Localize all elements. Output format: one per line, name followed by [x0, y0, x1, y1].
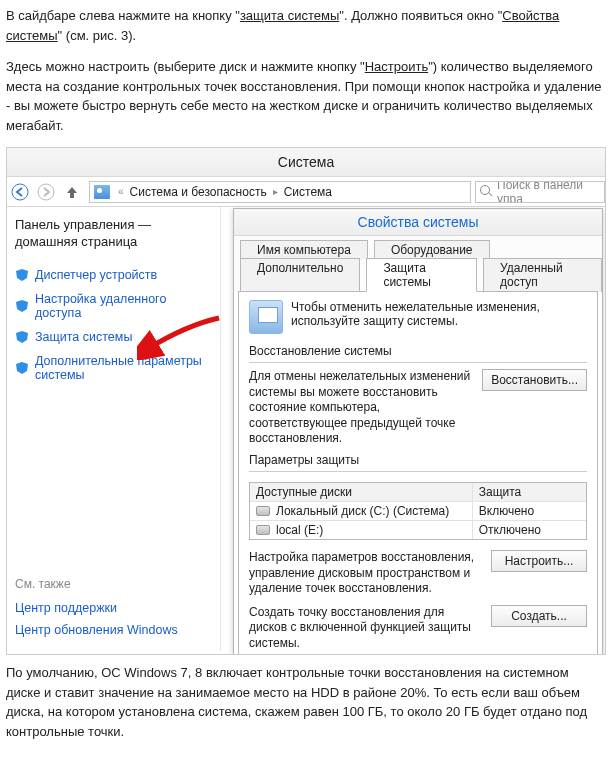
link-protection[interactable]: защита системы: [240, 8, 339, 23]
create-button[interactable]: Создать...: [491, 605, 587, 627]
breadcrumb-item[interactable]: Система: [282, 185, 334, 199]
sidebar-item-advanced[interactable]: Дополнительные параметры системы: [15, 354, 212, 382]
breadcrumb-item[interactable]: Система и безопасность: [128, 185, 269, 199]
sidebar: Панель управления — домашняя страница Ди…: [7, 207, 221, 651]
svg-point-1: [38, 184, 54, 200]
search-input[interactable]: Поиск в панели упра: [475, 181, 605, 203]
article-p2: Здесь можно настроить (выберите диск и н…: [6, 57, 606, 135]
table-row[interactable]: Локальный диск (C:) (Система) Включено: [250, 502, 586, 521]
sidebar-item-windows-update[interactable]: Центр обновления Windows: [15, 623, 212, 637]
tab-content: Чтобы отменить нежелательные изменения, …: [238, 291, 598, 655]
shield-icon: [15, 361, 29, 375]
article-p1: В сайдбаре слева нажмите на кнопку "защи…: [6, 6, 606, 45]
search-icon: [480, 185, 493, 199]
link-configure[interactable]: Настроить: [365, 59, 429, 74]
window-title: Система: [7, 148, 605, 177]
shield-icon: [15, 268, 29, 282]
disk-icon: [256, 525, 270, 535]
tab-computer-name[interactable]: Имя компьютера: [240, 240, 368, 259]
tab-advanced[interactable]: Дополнительно: [240, 258, 360, 292]
disk-icon: [256, 506, 270, 516]
tab-remote[interactable]: Удаленный доступ: [483, 258, 602, 292]
sidebar-home[interactable]: Панель управления — домашняя страница: [15, 217, 212, 251]
tab-system-protection[interactable]: Защита системы: [366, 258, 477, 292]
see-also-label: См. также: [15, 577, 212, 591]
screenshot-window: Система « Система и безопасность ▸ Систе…: [6, 147, 606, 655]
svg-marker-5: [16, 362, 28, 374]
configure-text: Настройка параметров восстановления, упр…: [249, 550, 491, 597]
svg-marker-4: [16, 331, 28, 343]
toolbar: « Система и безопасность ▸ Система Поиск…: [7, 177, 605, 207]
sidebar-item-support[interactable]: Центр поддержки: [15, 601, 212, 615]
system-protection-icon: [249, 300, 283, 334]
group-params-title: Параметры защиты: [249, 453, 587, 467]
svg-point-0: [12, 184, 28, 200]
dialog-title: Свойства системы: [234, 209, 602, 236]
sidebar-item-remote[interactable]: Настройка удаленного доступа: [15, 292, 212, 320]
restore-button[interactable]: Восстановить...: [482, 369, 587, 391]
system-properties-dialog: Свойства системы Имя компьютера Оборудов…: [233, 208, 603, 655]
drive-table: Доступные диски Защита Локальный диск (C…: [249, 482, 587, 540]
chevron-left-icon: «: [118, 186, 124, 197]
search-placeholder: Поиск в панели упра: [497, 181, 604, 203]
group-restore-title: Восстановление системы: [249, 344, 587, 358]
nav-up-icon[interactable]: [59, 179, 85, 205]
article-p3: По умолчанию, ОС Windows 7, 8 включает к…: [6, 663, 606, 741]
col-protection: Защита: [472, 483, 586, 501]
svg-marker-3: [16, 300, 28, 312]
nav-forward-icon[interactable]: [33, 179, 59, 205]
nav-back-icon[interactable]: [7, 179, 33, 205]
breadcrumb[interactable]: « Система и безопасность ▸ Система: [89, 181, 471, 203]
intro-text: Чтобы отменить нежелательные изменения, …: [291, 300, 587, 328]
sidebar-item-device-manager[interactable]: Диспетчер устройств: [15, 268, 212, 282]
restore-text: Для отмены нежелательных изменений систе…: [249, 369, 482, 447]
col-drives: Доступные диски: [250, 483, 472, 501]
create-text: Создать точку восстановления для дисков …: [249, 605, 491, 652]
svg-marker-2: [16, 269, 28, 281]
chevron-right-icon: ▸: [273, 186, 278, 197]
configure-button[interactable]: Настроить...: [491, 550, 587, 572]
tab-bar: Имя компьютера Оборудование Дополнительн…: [234, 236, 602, 291]
table-row[interactable]: local (E:) Отключено: [250, 521, 586, 539]
shield-icon: [15, 299, 29, 313]
tab-hardware[interactable]: Оборудование: [374, 240, 490, 259]
sidebar-item-system-protection[interactable]: Защита системы: [15, 330, 212, 344]
shield-icon: [15, 330, 29, 344]
control-panel-icon: [94, 185, 110, 199]
